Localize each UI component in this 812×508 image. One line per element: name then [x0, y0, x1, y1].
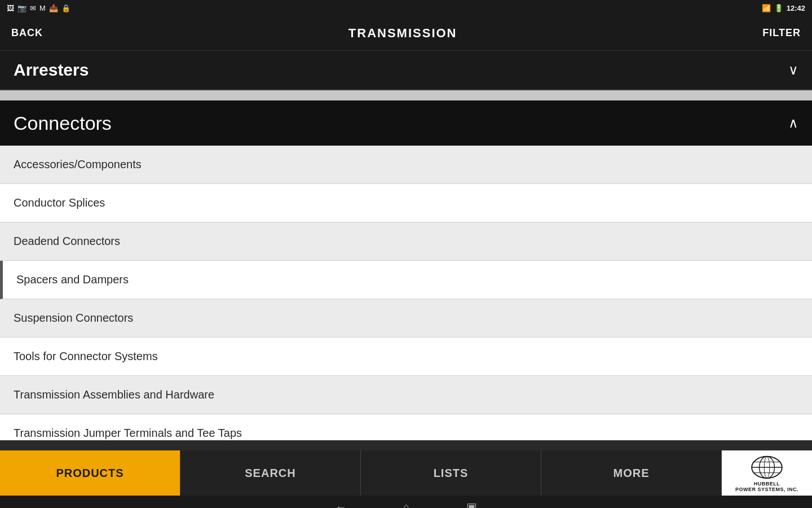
list-item[interactable]: Tools for Connector Systems	[0, 338, 812, 376]
battery-icon: 🔋	[774, 4, 783, 12]
nav-item-more[interactable]: MORE	[541, 450, 722, 496]
arresters-title: Arresters	[14, 60, 89, 80]
status-bar-left: 🖼 📷 ✉ M 📥 🔒	[7, 4, 70, 12]
inbox-icon: 📥	[49, 4, 58, 12]
lock-icon: 🔒	[61, 4, 70, 12]
nav-more-label: MORE	[614, 467, 650, 480]
list-item[interactable]: Transmission Jumper Terminals and Tee Ta…	[0, 414, 812, 440]
back-button[interactable]: BACK	[11, 27, 43, 39]
list-item-label: Suspension Connectors	[14, 312, 133, 325]
arresters-section-header[interactable]: Arresters ∨	[0, 51, 812, 90]
list-item[interactable]: Transmission Assemblies and Hardware	[0, 376, 812, 414]
list-item-label: Deadend Connectors	[14, 235, 120, 248]
list-item-label: Transmission Jumper Terminals and Tee Ta…	[14, 427, 242, 440]
list-item-label: Spacers and Dampers	[16, 273, 129, 286]
nav-item-search[interactable]: SEARCH	[180, 450, 361, 496]
mail-icon: ✉	[30, 4, 36, 12]
list-item-label: Accessories/Components	[14, 158, 142, 171]
bottom-separator	[0, 440, 812, 450]
nav-search-label: SEARCH	[245, 467, 295, 480]
status-bar-right: 📶 🔋 12:42	[762, 4, 805, 12]
connectors-chevron-up-icon: ∧	[788, 115, 798, 131]
hubbell-name: HUBBELL POWER SYSTEMS, INC.	[735, 481, 798, 492]
nav-item-products[interactable]: PRODUCTS	[0, 450, 180, 496]
list-item[interactable]: Suspension Connectors	[0, 299, 812, 338]
list-item[interactable]: Conductor Splices	[0, 184, 812, 222]
photo-icon: 📷	[17, 4, 27, 12]
connectors-title: Connectors	[14, 112, 112, 134]
list-item-label: Conductor Splices	[14, 196, 105, 209]
hubbell-logo: HUBBELL POWER SYSTEMS, INC.	[722, 450, 812, 496]
main-content: Arresters ∨ Connectors ∧ Accessories/Com…	[0, 51, 812, 440]
android-home-button[interactable]: ⌂	[403, 501, 409, 509]
list-item-selected[interactable]: Spacers and Dampers	[0, 261, 812, 299]
android-bar: ← ⌂ ▣	[0, 496, 812, 508]
bottom-nav: PRODUCTS SEARCH LISTS MORE HUBBELL POWER…	[0, 450, 812, 496]
hubbell-globe-icon	[747, 454, 787, 481]
section-separator	[0, 90, 812, 100]
status-bar: 🖼 📷 ✉ M 📥 🔒 📶 🔋 12:42	[0, 0, 812, 16]
status-time: 12:42	[787, 4, 805, 12]
connectors-section-header[interactable]: Connectors ∧	[0, 100, 812, 146]
top-nav: BACK TRANSMISSION FILTER	[0, 16, 812, 51]
list-item-label: Transmission Assemblies and Hardware	[14, 388, 214, 401]
wifi-icon: 📶	[762, 4, 771, 12]
list-item[interactable]: Deadend Connectors	[0, 222, 812, 261]
nav-lists-label: LISTS	[434, 467, 469, 480]
nav-item-lists[interactable]: LISTS	[361, 450, 541, 496]
arresters-chevron-down-icon: ∨	[788, 62, 798, 78]
nav-products-label: PRODUCTS	[56, 467, 123, 480]
android-recents-button[interactable]: ▣	[466, 500, 477, 508]
page-title: TRANSMISSION	[348, 26, 457, 41]
gmail-icon: M	[39, 4, 46, 12]
list-item-label: Tools for Connector Systems	[14, 350, 158, 363]
filter-button[interactable]: FILTER	[762, 27, 801, 39]
image-icon: 🖼	[7, 4, 14, 12]
list-item[interactable]: Accessories/Components	[0, 146, 812, 184]
android-back-button[interactable]: ←	[335, 501, 346, 509]
